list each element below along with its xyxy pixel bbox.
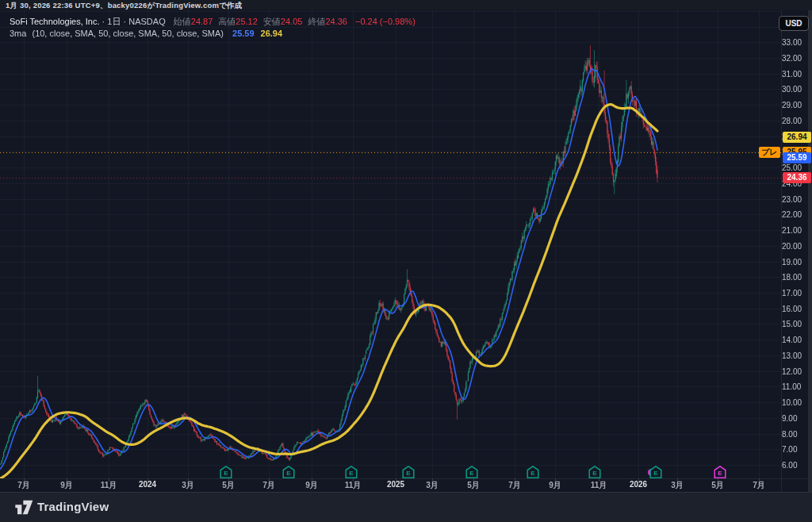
earnings-badge[interactable]: E	[649, 466, 663, 479]
svg-text:E: E	[530, 470, 535, 477]
svg-text:E: E	[224, 470, 228, 477]
sma10-tag: 25.59	[783, 152, 811, 163]
earnings-badge[interactable]: E	[282, 466, 296, 479]
indicator-name[interactable]: 3ma	[10, 29, 26, 38]
svg-text:E: E	[406, 470, 411, 477]
time-axis-tick	[312, 478, 312, 482]
svg-text:E: E	[349, 470, 354, 477]
svg-text:E: E	[592, 470, 597, 477]
svg-text:E: E	[286, 470, 291, 477]
time-axis-label: 7月	[753, 480, 765, 491]
window-scrollbar[interactable]	[808, 10, 812, 492]
time-axis-label: 3月	[182, 480, 194, 491]
time-axis-label: 3月	[671, 480, 684, 491]
time-axis-tick	[67, 478, 67, 482]
ohlc-field-value-2: 24.05	[281, 17, 303, 26]
time-axis-tick	[147, 478, 148, 482]
time-axis-label: 11月	[591, 480, 607, 491]
price-axis-label: 15.00	[782, 320, 808, 328]
price-axis-label: 7.00	[782, 445, 808, 454]
price-axis-label: 29.00	[782, 101, 808, 109]
earnings-badge[interactable]: E	[220, 466, 233, 479]
currency-button[interactable]: USD	[779, 16, 809, 31]
price-axis-border	[781, 10, 782, 492]
svg-text:E: E	[653, 470, 658, 477]
ohlc-field-label-3: 終値	[308, 17, 325, 26]
svg-text:E: E	[718, 470, 722, 477]
time-axis-label: 7月	[17, 480, 30, 491]
snapshot-attribution: 1月 30, 2026 22:36 UTC+9、backy0226がTradin…	[0, 0, 812, 10]
time-axis-tick	[269, 478, 270, 482]
ohlc-field-value-3: 24.36	[325, 17, 347, 26]
indicator-value-0: 25.59	[232, 29, 255, 38]
time-axis-tick	[555, 478, 556, 482]
tradingview-brand-text[interactable]: TradingView	[37, 500, 109, 513]
price-axis-label: 28.00	[782, 117, 808, 125]
time-axis-tick	[515, 478, 515, 482]
price-axis-label: 9.00	[782, 414, 808, 423]
price-axis-label: 16.00	[782, 305, 808, 313]
price-axis-label: 6.00	[782, 461, 808, 470]
price-axis-label: 10.00	[782, 398, 808, 407]
price-axis-label: 20.00	[782, 242, 808, 251]
price-axis-label: 22.00	[782, 210, 808, 219]
indicator-values: 25.5926.94	[226, 29, 282, 38]
price-axis-label: 8.00	[782, 430, 808, 439]
price-axis-label: 14.00	[782, 336, 808, 344]
time-axis-tick	[759, 478, 760, 482]
earnings-badge[interactable]: E	[588, 466, 602, 479]
price-axis-label: 31.00	[782, 70, 808, 79]
time-axis-label: 5月	[711, 480, 724, 491]
time-axis-tick	[638, 478, 639, 482]
indicator-params: (10, close, SMA, 50, close, SMA, 50, clo…	[32, 29, 223, 38]
sma50-tag: 26.94	[783, 132, 811, 143]
price-axis-label: 11.00	[782, 382, 808, 391]
svg-text:E: E	[469, 470, 474, 477]
earnings-badge[interactable]: E	[345, 466, 358, 479]
last-price-tag: 24.36	[783, 172, 811, 183]
symbol-name[interactable]: SoFi Technologies, Inc.	[10, 17, 100, 26]
price-axis-label: 32.00	[782, 54, 808, 63]
price-axis-label: 21.00	[782, 226, 808, 235]
price-axis-label: 17.00	[782, 289, 808, 297]
ohlc-field-label-0: 始値	[174, 17, 191, 26]
time-axis-label: 9月	[60, 480, 73, 491]
time-axis-label: 11月	[101, 480, 117, 491]
exchange-label: NASDAQ	[128, 17, 165, 26]
time-axis-tick	[396, 478, 396, 482]
time-axis-tick	[24, 478, 25, 482]
earnings-badge[interactable]: E	[465, 466, 479, 479]
price-axis-label: 25.00	[782, 163, 808, 172]
time-axis-label: 9月	[305, 480, 318, 491]
ohlc-field-label-2: 安値	[263, 17, 281, 26]
time-axis-tick	[109, 478, 109, 482]
price-axis-label: 33.00	[782, 38, 808, 47]
time-axis-label: 11月	[345, 480, 362, 491]
price-axis-label: 13.00	[782, 351, 808, 360]
price-axis-label: 23.00	[782, 195, 808, 204]
price-axis-label: 19.00	[782, 258, 808, 267]
ohlc-field-value-1: 25.12	[236, 17, 258, 26]
price-axis-label: 12.00	[782, 367, 808, 376]
chart-canvas[interactable]	[0, 0, 812, 522]
time-axis-label: 5月	[222, 480, 235, 491]
tradingview-logo-icon[interactable]	[14, 500, 33, 518]
ohlc-fields: 始値24.87高値25.12安値24.05終値24.36	[168, 17, 347, 26]
time-axis-label: 9月	[549, 480, 561, 491]
tradingview-chart-window: 1月 30, 2026 22:36 UTC+9、backy0226がTradin…	[0, 0, 812, 522]
change-value: −0.24 (−0.98%)	[355, 17, 416, 26]
symbol-legend-row[interactable]: SoFi Technologies, Inc. · 1日 · NASDAQ 始値…	[10, 16, 416, 28]
timeframe-label[interactable]: 1日	[107, 17, 121, 26]
time-axis-label: 7月	[262, 480, 275, 491]
earnings-badge[interactable]: E	[402, 466, 416, 479]
earnings-badge[interactable]: E	[527, 466, 540, 479]
time-axis-tick	[432, 478, 433, 482]
time-axis-tick	[677, 478, 678, 482]
earnings-estimate-badge[interactable]: E	[714, 466, 727, 479]
time-axis-tick	[188, 478, 189, 482]
premarket-tag-prefix: プレ	[759, 147, 780, 158]
ohlc-field-value-0: 24.87	[191, 17, 213, 26]
time-axis-label: 3月	[426, 480, 439, 491]
price-axis-label: 30.00	[782, 85, 808, 94]
indicator-legend-row[interactable]: 3ma (10, close, SMA, 50, close, SMA, 50,…	[10, 29, 282, 38]
